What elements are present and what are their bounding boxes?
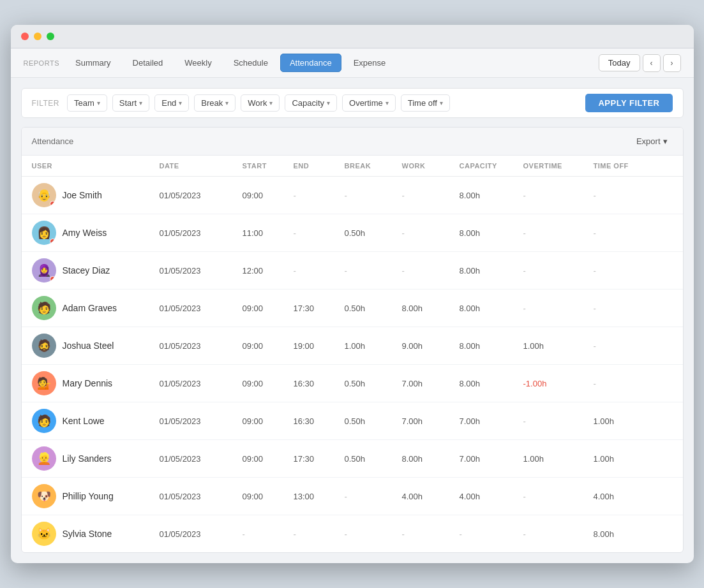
filter-time-off[interactable]: Time off ▾ — [401, 94, 450, 112]
user-name: Joe Smith — [63, 190, 102, 200]
cell-break: 0.50h — [345, 379, 402, 388]
user-cell: 👩 Amy Weiss — [32, 221, 160, 245]
col-date: DATE — [160, 162, 243, 170]
cell-time-off: 8.00h — [594, 529, 657, 539]
cell-overtime: -1.00h — [523, 379, 594, 388]
table-row[interactable]: 👩 Amy Weiss 01/05/2023 11:00 - 0.50h - 8… — [22, 214, 683, 252]
cell-overtime: - — [523, 416, 594, 426]
cell-break: - — [345, 492, 402, 501]
cell-break: - — [345, 266, 402, 276]
filter-team[interactable]: Team ▾ — [67, 94, 107, 112]
minimize-button[interactable] — [34, 33, 41, 40]
tab-detailed[interactable]: Detailed — [123, 54, 173, 72]
user-cell: 💁 Mary Dennis — [32, 371, 160, 395]
cell-end: 13:00 — [294, 492, 345, 501]
cell-end: 16:30 — [294, 379, 345, 388]
user-cell: 👱 Lily Sanders — [32, 446, 160, 471]
col-work: WORK — [402, 162, 460, 170]
export-label: Export — [636, 136, 661, 146]
cell-capacity: 8.00h — [460, 228, 523, 238]
apply-filter-button[interactable]: APPLY FILTER — [585, 94, 672, 112]
filter-work[interactable]: Work ▾ — [241, 94, 280, 112]
user-cell: 🐶 Phillip Young — [32, 484, 160, 508]
prev-arrow[interactable]: ‹ — [643, 54, 661, 72]
cell-work: - — [402, 228, 460, 238]
cell-overtime: 1.00h — [523, 341, 594, 351]
nav-right: Today ‹ › — [599, 54, 681, 72]
col-time-off: TIME OFF — [594, 162, 657, 170]
cell-overtime: - — [523, 228, 594, 238]
tab-schedule[interactable]: Schedule — [224, 54, 278, 72]
cell-start: - — [243, 529, 294, 539]
cell-start: 09:00 — [243, 304, 294, 313]
cell-time-off: - — [594, 266, 657, 276]
table-row[interactable]: 🧕 Stacey Diaz 01/05/2023 12:00 - - - 8.0… — [22, 252, 683, 290]
cell-work: 9.00h — [402, 341, 460, 351]
cell-date: 01/05/2023 — [160, 266, 243, 276]
avatar: 👴 — [32, 183, 56, 207]
cell-date: 01/05/2023 — [160, 529, 243, 539]
table-row[interactable]: 🐱 Sylvia Stone 01/05/2023 - - - - - - 8.… — [22, 515, 683, 552]
main-window: REPORTS Summary Detailed Weekly Schedule… — [11, 25, 694, 563]
status-indicator — [50, 239, 56, 244]
column-headers: USER DATE START END BREAK WORK CAPACITY … — [22, 156, 683, 177]
filter-end[interactable]: End ▾ — [154, 94, 189, 112]
user-name: Phillip Young — [63, 491, 114, 501]
cell-work: 8.00h — [402, 454, 460, 464]
cell-time-off: 1.00h — [594, 416, 657, 426]
today-button[interactable]: Today — [599, 54, 640, 71]
tab-attendance[interactable]: Attendance — [280, 54, 341, 72]
cell-end: 19:00 — [294, 341, 345, 351]
user-name: Adam Graves — [63, 303, 117, 313]
table-row[interactable]: 🧑 Adam Graves 01/05/2023 09:00 17:30 0.5… — [22, 290, 683, 327]
cell-work: 7.00h — [402, 379, 460, 388]
user-name: Lily Sanders — [63, 453, 112, 464]
export-button[interactable]: Export ▾ — [631, 134, 673, 149]
user-name: Kent Lowe — [63, 416, 105, 426]
avatar: 👱 — [32, 446, 56, 471]
cell-work: 7.00h — [402, 416, 460, 426]
col-capacity: CAPACITY — [460, 162, 523, 170]
table-row[interactable]: 🧑 Kent Lowe 01/05/2023 09:00 16:30 0.50h… — [22, 402, 683, 440]
cell-capacity: 7.00h — [460, 454, 523, 464]
cell-break: 0.50h — [345, 454, 402, 464]
table-row[interactable]: 🧔 Joshua Steel 01/05/2023 09:00 19:00 1.… — [22, 327, 683, 365]
filter-start[interactable]: Start ▾ — [112, 94, 149, 112]
user-name: Mary Dennis — [63, 378, 113, 388]
col-overtime: OVERTIME — [523, 162, 594, 170]
cell-time-off: - — [594, 379, 657, 388]
cell-overtime: - — [523, 492, 594, 501]
status-indicator — [50, 276, 56, 282]
table-row[interactable]: 💁 Mary Dennis 01/05/2023 09:00 16:30 0.5… — [22, 365, 683, 402]
table-row[interactable]: 👱 Lily Sanders 01/05/2023 09:00 17:30 0.… — [22, 440, 683, 478]
cell-start: 09:00 — [243, 341, 294, 351]
cell-work: - — [402, 191, 460, 200]
tab-weekly[interactable]: Weekly — [175, 54, 221, 72]
cell-break: 0.50h — [345, 304, 402, 313]
next-arrow[interactable]: › — [663, 54, 681, 72]
filter-overtime[interactable]: Overtime ▾ — [342, 94, 396, 112]
tab-expense[interactable]: Expense — [344, 54, 396, 72]
filter-break[interactable]: Break ▾ — [194, 94, 236, 112]
cell-time-off: - — [594, 304, 657, 313]
chevron-down-icon: ▾ — [386, 99, 389, 107]
tab-summary[interactable]: Summary — [66, 54, 121, 72]
table-header: Attendance Export ▾ — [22, 128, 683, 156]
cell-date: 01/05/2023 — [160, 191, 243, 200]
cell-time-off: 1.00h — [594, 454, 657, 464]
cell-date: 01/05/2023 — [160, 228, 243, 238]
table-row[interactable]: 👴 Joe Smith 01/05/2023 09:00 - - - 8.00h… — [22, 177, 683, 214]
close-button[interactable] — [21, 33, 29, 40]
maximize-button[interactable] — [47, 33, 54, 40]
user-name: Stacey Diaz — [63, 265, 110, 276]
cell-capacity: 8.00h — [460, 341, 523, 351]
cell-date: 01/05/2023 — [160, 304, 243, 313]
cell-overtime: - — [523, 529, 594, 539]
cell-date: 01/05/2023 — [160, 416, 243, 426]
main-content: FILTER Team ▾ Start ▾ End ▾ Break ▾ Work… — [11, 78, 694, 563]
filter-capacity[interactable]: Capacity ▾ — [285, 94, 337, 112]
user-cell: 🧑 Adam Graves — [32, 296, 160, 320]
cell-end: - — [294, 529, 345, 539]
table-row[interactable]: 🐶 Phillip Young 01/05/2023 09:00 13:00 -… — [22, 478, 683, 515]
cell-break: 0.50h — [345, 228, 402, 238]
